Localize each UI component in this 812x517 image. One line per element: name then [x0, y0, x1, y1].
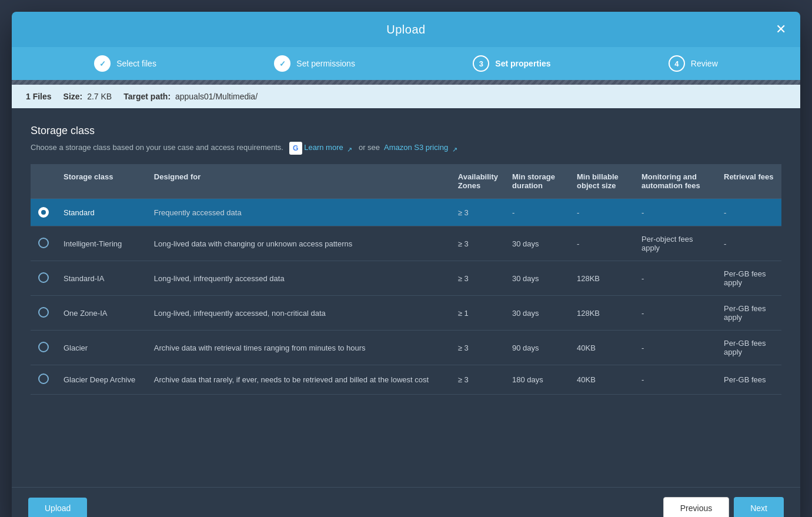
designed-for-value: Frequently accessed data [147, 199, 451, 226]
table-row[interactable]: Glacier Deep Archive Archive data that r… [31, 365, 781, 395]
availability-zones-value: ≥ 3 [451, 199, 505, 226]
availability-zones-value: ≥ 3 [451, 261, 505, 296]
radio-cell[interactable] [31, 365, 56, 395]
upload-button[interactable]: Upload [28, 498, 87, 517]
designed-for-value: Archive data with retrieval times rangin… [147, 331, 451, 365]
radio-button[interactable] [38, 272, 49, 283]
step-set-permissions: ✓ Set permissions [274, 55, 355, 72]
col-availability: Availability Zones [451, 164, 505, 199]
table-row[interactable]: Intelligent-Tiering Long-lived data with… [31, 226, 781, 261]
radio-button[interactable] [38, 373, 49, 384]
size-value: 2.7 KB [87, 92, 112, 101]
modal-title: Upload [386, 23, 425, 36]
min-billable-value: - [570, 199, 634, 226]
table-row[interactable]: Glacier Archive data with retrieval time… [31, 331, 781, 365]
section-title: Storage class [31, 125, 781, 137]
step-set-properties: 3 Set properties [473, 55, 550, 72]
modal-header: Upload ✕ [12, 12, 800, 47]
upload-modal: Upload ✕ ✓ Select files ✓ Set permission… [12, 12, 800, 517]
monitoring-value: - [634, 365, 717, 395]
target-info: Target path: appuals01/Multimedia/ [123, 92, 258, 101]
storage-class-name: Glacier Deep Archive [56, 365, 147, 395]
size-label: Size: [64, 92, 83, 101]
storage-class-name: Intelligent-Tiering [56, 226, 147, 261]
col-storage-class: Storage class [56, 164, 147, 199]
step-3-circle: 3 [473, 55, 489, 72]
steps-bar: ✓ Select files ✓ Set permissions 3 Set p… [12, 47, 800, 80]
radio-button[interactable] [38, 307, 49, 318]
table-header-row: Storage class Designed for Availability … [31, 164, 781, 199]
step-review: 4 Review [669, 55, 718, 72]
step-4-label: Review [691, 59, 718, 68]
table-row[interactable]: Standard-IA Long-lived, infrequently acc… [31, 261, 781, 296]
monitoring-value: - [634, 199, 717, 226]
monitoring-value: - [634, 296, 717, 331]
min-storage-value: 30 days [505, 226, 570, 261]
footer-right-buttons: Previous Next [663, 497, 784, 517]
radio-button[interactable] [38, 342, 49, 352]
radio-cell[interactable] [31, 226, 56, 261]
translate-icon: G [289, 142, 302, 155]
target-value: appuals01/Multimedia/ [175, 92, 258, 101]
storage-class-name: Standard [56, 199, 147, 226]
close-button[interactable]: ✕ [776, 23, 786, 36]
min-billable-value: 40KB [570, 331, 634, 365]
files-count: 1 Files [26, 92, 52, 101]
radio-cell[interactable] [31, 296, 56, 331]
table-row[interactable]: One Zone-IA Long-lived, infrequently acc… [31, 296, 781, 331]
radio-cell[interactable] [31, 199, 56, 226]
monitoring-value: - [634, 261, 717, 296]
designed-for-value: Archive data that rarely, if ever, needs… [147, 365, 451, 395]
section-description: Choose a storage class based on your use… [31, 142, 781, 155]
min-billable-value: 40KB [570, 365, 634, 395]
min-storage-value: 30 days [505, 261, 570, 296]
designed-for-value: Long-lived, infrequently accessed, non-c… [147, 296, 451, 331]
stripe-divider [12, 80, 800, 85]
radio-button[interactable] [38, 207, 49, 218]
table-row[interactable]: Standard Frequently accessed data ≥ 3 - … [31, 199, 781, 226]
col-radio [31, 164, 56, 199]
info-bar: 1 Files Size: 2.7 KB Target path: appual… [12, 85, 800, 108]
availability-zones-value: ≥ 3 [451, 331, 505, 365]
step-3-label: Set properties [495, 59, 550, 68]
col-designed-for: Designed for [147, 164, 451, 199]
storage-class-table: Storage class Designed for Availability … [31, 164, 781, 395]
min-storage-value: 180 days [505, 365, 570, 395]
amazon-s3-pricing-link[interactable]: Amazon S3 pricing [384, 143, 459, 152]
retrieval-value: Per-GB fees apply [717, 296, 781, 331]
size-info: Size: 2.7 KB [64, 92, 112, 101]
modal-footer: Upload Previous Next [12, 487, 800, 517]
min-billable-value: 128KB [570, 261, 634, 296]
designed-for-value: Long-lived, infrequently accessed data [147, 261, 451, 296]
previous-button[interactable]: Previous [663, 497, 729, 517]
content-area: Storage class Choose a storage class bas… [12, 108, 800, 487]
min-billable-value: - [570, 226, 634, 261]
or-see-text: or see [359, 143, 380, 152]
step-1-circle: ✓ [94, 55, 111, 72]
col-retrieval: Retrieval fees [717, 164, 781, 199]
desc-text: Choose a storage class based on your use… [31, 143, 283, 152]
step-select-files: ✓ Select files [94, 55, 156, 72]
designed-for-value: Long-lived data with changing or unknown… [147, 226, 451, 261]
learn-more-link[interactable]: Learn more [304, 143, 356, 152]
radio-button[interactable] [38, 238, 49, 248]
step-4-circle: 4 [669, 55, 685, 72]
radio-cell[interactable] [31, 331, 56, 365]
retrieval-value: Per-GB fees apply [717, 261, 781, 296]
step-2-circle: ✓ [274, 55, 290, 72]
min-storage-value: 30 days [505, 296, 570, 331]
monitoring-value: - [634, 331, 717, 365]
external-link-icon-2 [452, 145, 459, 152]
step-1-label: Select files [116, 59, 156, 68]
storage-class-name: One Zone-IA [56, 296, 147, 331]
col-monitoring: Monitoring and automation fees [634, 164, 717, 199]
availability-zones-value: ≥ 3 [451, 365, 505, 395]
col-min-storage: Min storage duration [505, 164, 570, 199]
retrieval-value: Per-GB fees [717, 365, 781, 395]
availability-zones-value: ≥ 3 [451, 226, 505, 261]
min-storage-value: - [505, 199, 570, 226]
next-button[interactable]: Next [734, 497, 784, 517]
min-storage-value: 90 days [505, 331, 570, 365]
radio-cell[interactable] [31, 261, 56, 296]
retrieval-value: Per-GB fees apply [717, 331, 781, 365]
